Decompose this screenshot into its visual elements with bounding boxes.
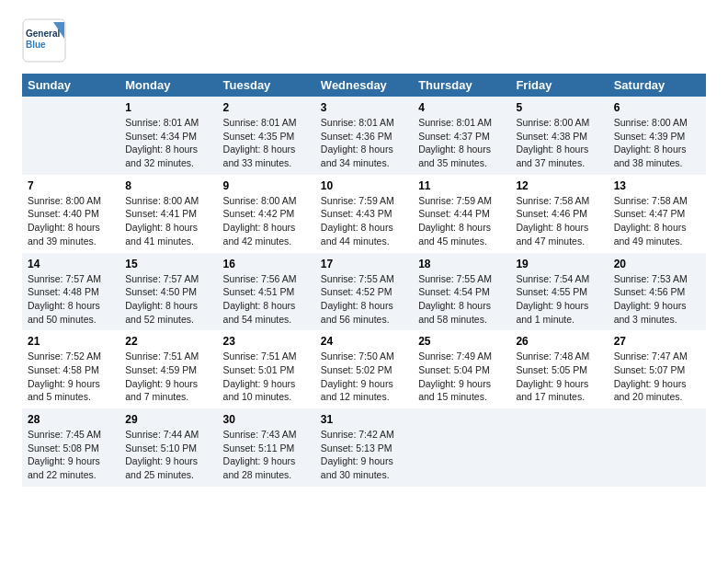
day-details: Sunrise: 7:45 AM Sunset: 5:08 PM Dayligh…	[28, 428, 114, 482]
day-details: Sunrise: 8:01 AM Sunset: 4:35 PM Dayligh…	[223, 116, 310, 170]
calendar-cell: 14Sunrise: 7:57 AM Sunset: 4:48 PM Dayli…	[22, 253, 119, 331]
day-details: Sunrise: 8:00 AM Sunset: 4:39 PM Dayligh…	[614, 116, 700, 170]
day-details: Sunrise: 8:00 AM Sunset: 4:38 PM Dayligh…	[516, 116, 602, 170]
day-number: 3	[321, 101, 407, 114]
day-details: Sunrise: 7:58 AM Sunset: 4:46 PM Dayligh…	[516, 194, 602, 248]
calendar-cell	[413, 408, 510, 487]
calendar-cell: 29Sunrise: 7:44 AM Sunset: 5:10 PM Dayli…	[119, 408, 217, 487]
calendar-cell: 17Sunrise: 7:55 AM Sunset: 4:52 PM Dayli…	[315, 253, 413, 331]
calendar-cell: 4Sunrise: 8:01 AM Sunset: 4:37 PM Daylig…	[413, 97, 510, 175]
calendar-cell: 11Sunrise: 7:59 AM Sunset: 4:44 PM Dayli…	[413, 175, 510, 253]
calendar-cell: 21Sunrise: 7:52 AM Sunset: 4:58 PM Dayli…	[22, 330, 119, 408]
day-number: 22	[125, 335, 211, 348]
day-number: 9	[223, 179, 310, 192]
calendar-cell: 31Sunrise: 7:42 AM Sunset: 5:13 PM Dayli…	[315, 408, 413, 487]
day-number: 4	[418, 101, 505, 114]
day-details: Sunrise: 7:49 AM Sunset: 5:04 PM Dayligh…	[418, 350, 505, 404]
calendar-cell: 13Sunrise: 7:58 AM Sunset: 4:47 PM Dayli…	[609, 175, 706, 253]
day-details: Sunrise: 7:44 AM Sunset: 5:10 PM Dayligh…	[125, 428, 211, 482]
day-details: Sunrise: 8:01 AM Sunset: 4:36 PM Dayligh…	[321, 116, 407, 170]
calendar-cell: 23Sunrise: 7:51 AM Sunset: 5:01 PM Dayli…	[218, 330, 315, 408]
day-number: 28	[28, 413, 114, 426]
calendar-cell: 27Sunrise: 7:47 AM Sunset: 5:07 PM Dayli…	[609, 330, 706, 408]
weekday-header-sunday: Sunday	[22, 74, 119, 97]
weekday-header-wednesday: Wednesday	[315, 74, 413, 97]
day-details: Sunrise: 7:52 AM Sunset: 4:58 PM Dayligh…	[28, 350, 114, 404]
header: General Blue	[22, 18, 706, 63]
calendar-cell: 5Sunrise: 8:00 AM Sunset: 4:38 PM Daylig…	[510, 97, 608, 175]
calendar-cell: 16Sunrise: 7:56 AM Sunset: 4:51 PM Dayli…	[218, 253, 315, 331]
calendar-cell: 20Sunrise: 7:53 AM Sunset: 4:56 PM Dayli…	[609, 253, 706, 331]
day-number: 20	[614, 258, 700, 270]
day-number: 7	[28, 179, 114, 192]
weekday-header-friday: Friday	[510, 74, 608, 97]
weekday-header-thursday: Thursday	[413, 74, 510, 97]
day-number: 13	[614, 179, 700, 192]
day-number: 1	[125, 101, 211, 114]
day-number: 2	[223, 101, 310, 114]
calendar-cell: 30Sunrise: 7:43 AM Sunset: 5:11 PM Dayli…	[218, 408, 315, 487]
calendar-table: SundayMondayTuesdayWednesdayThursdayFrid…	[22, 74, 706, 487]
day-number: 29	[125, 413, 211, 426]
day-number: 17	[321, 258, 407, 270]
calendar-cell: 18Sunrise: 7:55 AM Sunset: 4:54 PM Dayli…	[413, 253, 510, 331]
day-details: Sunrise: 8:01 AM Sunset: 4:34 PM Dayligh…	[125, 116, 211, 170]
calendar-cell: 22Sunrise: 7:51 AM Sunset: 4:59 PM Dayli…	[119, 330, 217, 408]
calendar-cell: 3Sunrise: 8:01 AM Sunset: 4:36 PM Daylig…	[315, 97, 413, 175]
day-details: Sunrise: 7:53 AM Sunset: 4:56 PM Dayligh…	[614, 272, 700, 327]
day-details: Sunrise: 7:58 AM Sunset: 4:47 PM Dayligh…	[614, 194, 700, 248]
day-details: Sunrise: 8:00 AM Sunset: 4:42 PM Dayligh…	[223, 194, 310, 248]
day-number: 16	[223, 258, 310, 270]
day-number: 18	[418, 258, 505, 270]
calendar-week-row: 1Sunrise: 8:01 AM Sunset: 4:34 PM Daylig…	[22, 97, 706, 175]
calendar-week-row: 28Sunrise: 7:45 AM Sunset: 5:08 PM Dayli…	[22, 408, 706, 487]
day-details: Sunrise: 7:48 AM Sunset: 5:05 PM Dayligh…	[516, 350, 602, 404]
calendar-cell: 24Sunrise: 7:50 AM Sunset: 5:02 PM Dayli…	[315, 330, 413, 408]
day-number: 5	[516, 101, 602, 114]
calendar-cell: 25Sunrise: 7:49 AM Sunset: 5:04 PM Dayli…	[413, 330, 510, 408]
day-number: 30	[223, 413, 310, 426]
day-details: Sunrise: 7:43 AM Sunset: 5:11 PM Dayligh…	[223, 428, 310, 482]
calendar-week-row: 7Sunrise: 8:00 AM Sunset: 4:40 PM Daylig…	[22, 175, 706, 253]
calendar-cell: 19Sunrise: 7:54 AM Sunset: 4:55 PM Dayli…	[510, 253, 608, 331]
calendar-cell: 2Sunrise: 8:01 AM Sunset: 4:35 PM Daylig…	[218, 97, 315, 175]
day-number: 15	[125, 258, 211, 270]
day-number: 12	[516, 179, 602, 192]
day-number: 19	[516, 258, 602, 270]
calendar-cell	[510, 408, 608, 487]
day-number: 11	[418, 179, 505, 192]
day-number: 8	[125, 179, 211, 192]
calendar-cell	[609, 408, 706, 487]
day-details: Sunrise: 7:55 AM Sunset: 4:54 PM Dayligh…	[418, 272, 505, 327]
day-details: Sunrise: 7:54 AM Sunset: 4:55 PM Dayligh…	[516, 272, 602, 327]
day-details: Sunrise: 7:59 AM Sunset: 4:43 PM Dayligh…	[321, 194, 407, 248]
day-number: 24	[321, 335, 407, 348]
calendar-cell: 28Sunrise: 7:45 AM Sunset: 5:08 PM Dayli…	[22, 408, 119, 487]
weekday-header-tuesday: Tuesday	[218, 74, 315, 97]
day-details: Sunrise: 7:57 AM Sunset: 4:48 PM Dayligh…	[28, 272, 114, 327]
calendar-cell: 6Sunrise: 8:00 AM Sunset: 4:39 PM Daylig…	[609, 97, 706, 175]
day-number: 27	[614, 335, 700, 348]
calendar-cell: 10Sunrise: 7:59 AM Sunset: 4:43 PM Dayli…	[315, 175, 413, 253]
day-details: Sunrise: 7:42 AM Sunset: 5:13 PM Dayligh…	[321, 428, 407, 482]
weekday-header-monday: Monday	[119, 74, 217, 97]
weekday-header-row: SundayMondayTuesdayWednesdayThursdayFrid…	[22, 74, 706, 97]
day-details: Sunrise: 7:47 AM Sunset: 5:07 PM Dayligh…	[614, 350, 700, 404]
calendar-cell	[22, 97, 119, 175]
calendar-body: 1Sunrise: 8:01 AM Sunset: 4:34 PM Daylig…	[22, 97, 706, 487]
calendar-header: SundayMondayTuesdayWednesdayThursdayFrid…	[22, 74, 706, 97]
svg-text:Blue: Blue	[26, 40, 46, 50]
calendar-cell: 12Sunrise: 7:58 AM Sunset: 4:46 PM Dayli…	[510, 175, 608, 253]
weekday-header-saturday: Saturday	[609, 74, 706, 97]
day-number: 14	[28, 258, 114, 270]
svg-text:General: General	[26, 29, 60, 39]
day-details: Sunrise: 7:50 AM Sunset: 5:02 PM Dayligh…	[321, 350, 407, 404]
day-number: 23	[223, 335, 310, 348]
day-number: 21	[28, 335, 114, 348]
day-number: 6	[614, 101, 700, 114]
calendar-cell: 1Sunrise: 8:01 AM Sunset: 4:34 PM Daylig…	[119, 97, 217, 175]
calendar-cell: 8Sunrise: 8:00 AM Sunset: 4:41 PM Daylig…	[119, 175, 217, 253]
day-details: Sunrise: 7:55 AM Sunset: 4:52 PM Dayligh…	[321, 272, 407, 327]
day-details: Sunrise: 7:57 AM Sunset: 4:50 PM Dayligh…	[125, 272, 211, 327]
day-number: 26	[516, 335, 602, 348]
